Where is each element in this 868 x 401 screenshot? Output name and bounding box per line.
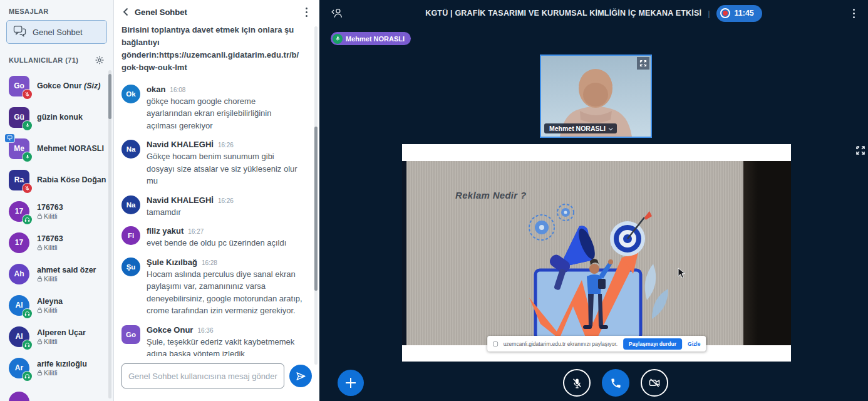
talking-user-name: Mehmet NORASLI — [346, 35, 405, 43]
chat-options-kebab-icon[interactable] — [302, 6, 311, 18]
sidebar-item-public-chat[interactable]: Genel Sohbet — [6, 20, 107, 44]
recording-indicator[interactable]: 11:45 — [716, 5, 762, 22]
title-separator: | — [708, 9, 710, 18]
avatar: Gü — [9, 107, 29, 128]
mic-on-badge-icon — [23, 121, 32, 130]
mic-muted-badge-icon — [23, 184, 32, 193]
share-bar-text: uzemcanli.gidatarim.edu.tr ekranınızı pa… — [504, 341, 617, 347]
user-list-item[interactable]: 17 176763 Kilitli — [0, 227, 114, 258]
paper-plane-icon — [296, 371, 306, 382]
manage-users-gear-icon[interactable] — [95, 55, 105, 65]
locked-label: Kilitli — [44, 244, 58, 251]
record-dot-icon — [720, 8, 730, 18]
avatar-initials: Me — [14, 144, 24, 153]
chat-message-list: Birisini toplantıya davet etmek için onl… — [114, 25, 312, 356]
user-list-item[interactable]: Ah ahmet said özer Kilitli — [0, 258, 114, 289]
avatar-initials: Ar — [15, 363, 23, 372]
message-text: evet bende de oldu pc üzerinden açıldı — [147, 237, 286, 249]
chat-message: Fi filiz yakut16:27 evet bende de oldu p… — [121, 226, 303, 249]
user-list-item[interactable]: Gü güzin konuk — [0, 102, 114, 133]
options-kebab-icon[interactable] — [849, 8, 858, 19]
send-message-button[interactable] — [289, 365, 312, 387]
webcam-fullscreen-icon[interactable] — [637, 57, 649, 70]
user-list-scrollbar[interactable] — [108, 70, 111, 398]
user-list-item[interactable]: Me Mehmet NORASLI — [0, 133, 114, 164]
chevron-left-icon[interactable] — [123, 8, 128, 16]
message-author: Navid KHALEGHİ — [147, 140, 214, 149]
avatar: Go — [9, 76, 29, 96]
message-text: Gökçe hocam benim sunumum gibi dosyayı s… — [147, 150, 303, 187]
user-list-item[interactable]: Al Alperen Uçar Kilitli — [0, 321, 114, 352]
avatar: 17 — [9, 232, 29, 253]
chat-bubbles-icon — [13, 25, 26, 39]
mic-on-badge-icon — [23, 152, 32, 162]
avatar-initials: Go — [14, 81, 24, 90]
user-name: Mehmet NORASLI — [37, 144, 104, 153]
plus-icon — [344, 377, 357, 389]
user-name: arife kızıloğlu — [37, 360, 87, 368]
chat-scrollbar[interactable] — [314, 26, 318, 365]
webcam-user-label[interactable]: Mehmet NORASLI — [544, 123, 617, 133]
message-author: okan — [147, 85, 165, 94]
talking-indicator[interactable]: Mehmet NORASLI — [331, 32, 411, 45]
webcam-user-name: Mehmet NORASLI — [549, 125, 606, 132]
avatar: Ra — [9, 170, 29, 190]
bigbluebutton-app: MESAJLAR Genel Sohbet KULLANICILAR (71) — [0, 0, 868, 401]
avatar: Me — [9, 138, 29, 159]
message-time: 16:36 — [197, 327, 213, 334]
avatar-initials: Al — [16, 332, 23, 341]
lock-icon — [37, 213, 43, 219]
message-text: Hocam aslında perculus diye sanal ekran … — [147, 268, 303, 317]
share-webcam-button[interactable] — [641, 369, 668, 397]
camera-off-icon — [648, 377, 661, 389]
avatar-initials: Ra — [14, 175, 24, 184]
mouse-cursor-icon — [678, 268, 686, 279]
users-header: KULLANICILAR (71) — [9, 56, 78, 64]
user-list-item[interactable]: 17 176763 Kilitli — [0, 195, 114, 227]
user-name: 176763 — [37, 203, 63, 212]
user-list-item[interactable]: Go Gokce Onur (Siz) — [0, 70, 114, 102]
avatar: Ar — [9, 358, 29, 378]
user-list-item[interactable]: Ar arife kızıloğlu Kilitli — [0, 352, 114, 383]
user-list-item[interactable]: Ra Rabia Köse Doğan — [0, 164, 114, 195]
person-chevron-icon[interactable] — [331, 7, 344, 19]
user-name: Gokce Onur — [37, 81, 84, 90]
user-name: Aleyna — [37, 297, 63, 306]
locked-label: Kilitli — [44, 369, 58, 377]
user-name: Alperen Uçar — [37, 328, 86, 337]
user-name: 176763 — [37, 234, 63, 243]
headphones-badge-icon — [23, 340, 32, 350]
avatar: Al — [9, 295, 29, 316]
avatar-initials: Gü — [14, 113, 24, 122]
message-time: 16:26 — [218, 142, 234, 148]
locked-label: Kilitli — [44, 275, 58, 283]
user-list: Go Gokce Onur (Siz) Gü güzin konuk — [0, 70, 114, 401]
actions-plus-button[interactable] — [338, 370, 364, 396]
avatar: Fi — [121, 226, 140, 245]
message-input[interactable] — [121, 363, 284, 388]
message-time: 16:28 — [202, 259, 217, 266]
shared-screen-content: Reklam Nedir ? — [402, 161, 791, 345]
stop-sharing-button[interactable]: Paylaşmayı durdur — [623, 338, 682, 350]
mic-on-icon — [333, 34, 343, 44]
avatar-initials: 17 — [15, 207, 23, 216]
chat-message: Ok okan16:08 gökçe hocam google choreme … — [121, 85, 303, 132]
message-author: Şule Kızılbağ — [147, 258, 197, 267]
avatar: Ah — [9, 264, 29, 284]
message-text: gökçe hocam google choreme ayarlarından … — [147, 95, 303, 132]
hide-share-bar-button[interactable]: Gizle — [688, 341, 700, 347]
user-list-item[interactable]: Al Aleyna Kilitli — [0, 289, 114, 321]
lock-icon — [37, 307, 43, 313]
chat-welcome-message: Birisini toplantıya davet etmek için onl… — [121, 25, 303, 75]
presentation-fullscreen-icon[interactable] — [855, 145, 865, 155]
avatar: Ok — [121, 85, 140, 103]
leave-audio-button[interactable] — [602, 369, 629, 397]
avatar: Şu — [121, 258, 140, 276]
recording-time: 11:45 — [735, 9, 754, 18]
avatar-initials: 17 — [15, 238, 23, 247]
mute-microphone-button[interactable] — [563, 369, 591, 397]
headphones-badge-icon — [23, 309, 32, 318]
scrollbar-thumb[interactable] — [314, 127, 318, 291]
mic-muted-icon — [571, 377, 583, 389]
scrollbar-thumb[interactable] — [108, 74, 111, 119]
